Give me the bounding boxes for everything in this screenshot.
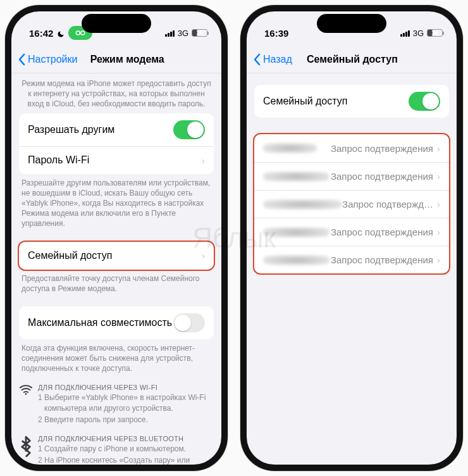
member-status: Запрос подтверждения [331,143,433,154]
member-row[interactable]: Запрос подтвержд…› [254,190,449,218]
step: 1 Создайте пару с iPhone и компьютером. [38,444,211,454]
page-title: Режим модема [39,54,215,65]
battery-icon: 36 [427,29,443,37]
member-name-redacted [263,227,329,237]
label: Максимальная совместимость [28,317,172,329]
screen-left: 16:42 3G 35 Настройки Режим модема Режим… [11,11,221,465]
member-row[interactable]: Запрос подтверждения› [254,246,449,273]
label: Пароль Wi-Fi [28,154,89,166]
signal-bars-icon [165,30,175,37]
bt-instructions: ДЛЯ ПОДКЛЮЧЕНИЯ ЧЕРЕЗ BLUETOOTH 1 Создай… [11,429,221,465]
member-name-redacted [263,172,329,182]
chevron-right-icon: › [202,155,205,166]
member-status: Запрос подтверждения [331,254,433,265]
network-label: 3G [178,28,188,38]
member-row[interactable]: Запрос подтверждения› [254,218,449,246]
screen-right: 16:39 3G 36 Назад Семейный доступ Семейн… [247,11,457,465]
phone-left: 16:42 3G 35 Настройки Режим модема Режим… [5,5,228,471]
nav-bar: Настройки Режим модема [11,46,221,73]
step: 1 Выберите «Yablyk iPhone» в настройках … [38,392,211,413]
label: Разрешать другим [28,124,114,135]
status-time: 16:39 [264,28,288,39]
intro-note: Режим модема на iPhone может предоставит… [11,73,221,113]
chevron-right-icon: › [437,227,440,237]
status-time: 16:42 [29,28,53,39]
step: 2 На iPhone коснитесь «Создать пару» или… [38,455,211,465]
svg-point-0 [77,31,80,35]
signal-bars-icon [400,30,410,37]
block-title: ДЛЯ ПОДКЛЮЧЕНИЯ ЧЕРЕЗ BLUETOOTH [38,435,211,442]
family-note: Предоставляйте точку доступа членам Семе… [11,270,221,298]
wifi-instructions: ДЛЯ ПОДКЛЮЧЕНИЯ ЧЕРЕЗ WI-FI 1 Выберите «… [11,377,221,429]
group-family-sharing: Семейный доступ › [19,242,214,270]
row-max-compat[interactable]: Максимальная совместимость [19,306,214,339]
member-name-redacted [263,255,329,265]
svg-point-1 [81,31,85,35]
chevron-right-icon: › [437,143,440,154]
do-not-disturb-icon [57,29,65,37]
group-members: Запрос подтверждения› Запрос подтвержден… [254,134,449,273]
chevron-right-icon: › [437,171,440,182]
svg-point-2 [25,394,27,396]
toggle-allow-others[interactable] [173,120,205,139]
page-title: Семейный доступ [254,54,450,65]
battery-icon: 35 [192,29,207,37]
member-status: Запрос подтвержд… [342,199,433,210]
toggle-max-compat[interactable] [173,313,205,332]
wifi-icon [19,384,33,398]
group-allow: Разрешать другим Пароль Wi-Fi › [19,113,214,174]
bluetooth-icon [19,435,33,461]
chevron-right-icon: › [437,254,440,265]
chevron-right-icon: › [437,199,440,210]
member-row[interactable]: Запрос подтверждения› [254,134,449,162]
member-status: Запрос подтверждения [331,171,433,182]
group-family-toggle: Семейный доступ [254,85,449,118]
group-compat: Максимальная совместимость [19,306,214,339]
member-name-redacted [263,143,317,153]
block-title: ДЛЯ ПОДКЛЮЧЕНИЯ ЧЕРЕЗ WI-FI [38,384,211,391]
network-label: 3G [413,28,424,38]
member-status: Запрос подтверждения [331,227,433,237]
member-name-redacted [263,199,342,210]
chevron-right-icon: › [202,250,205,261]
toggle-family-sharing[interactable] [409,92,440,111]
row-family-sharing[interactable]: Семейный доступ [254,85,449,118]
allow-note: Разрешайте другим пользователям или устр… [11,174,221,233]
dynamic-island [317,14,386,33]
member-row[interactable]: Запрос подтверждения› [254,162,449,190]
row-wifi-password[interactable]: Пароль Wi-Fi › [19,146,214,174]
row-family-sharing[interactable]: Семейный доступ › [19,242,214,270]
content[interactable]: Семейный доступ Запрос подтверждения› За… [247,73,457,286]
phone-right: 16:39 3G 36 Назад Семейный доступ Семейн… [240,5,463,471]
compat-note: Когда эта функция включена, скорость инт… [11,339,221,378]
step: 2 Введите пароль при запросе. [38,415,211,425]
dynamic-island [82,14,151,33]
content[interactable]: Режим модема на iPhone может предоставит… [11,73,221,465]
label: Семейный доступ [263,96,347,107]
label: Семейный доступ [28,250,112,261]
row-allow-others[interactable]: Разрешать другим [19,113,214,146]
nav-bar: Назад Семейный доступ [247,46,457,73]
